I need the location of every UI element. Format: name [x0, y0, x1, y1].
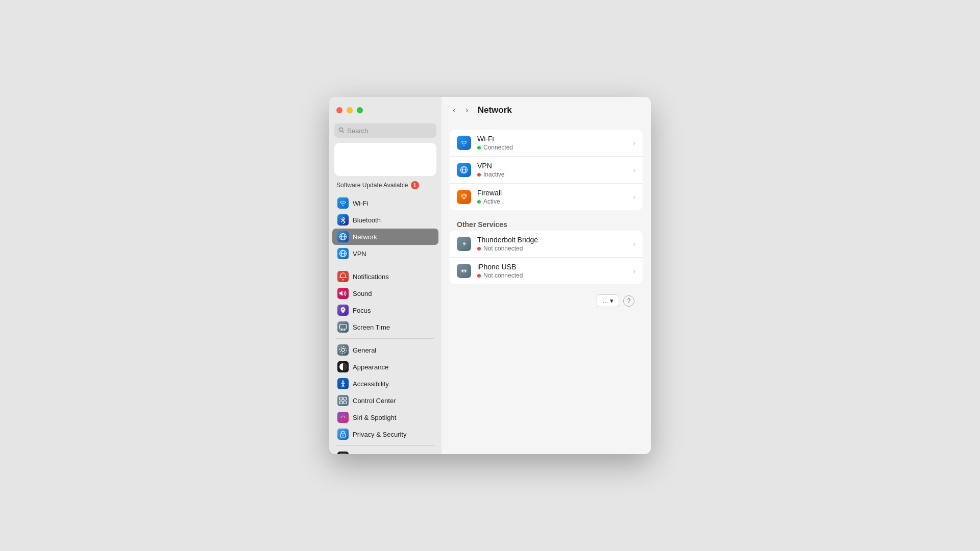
more-actions-button[interactable]: ... ▾ — [597, 294, 619, 307]
general-icon — [337, 344, 349, 356]
main-header: ‹ › Network — [442, 97, 651, 123]
thunderbolt-row[interactable]: Thunderbolt Bridge Not connected › — [450, 231, 643, 258]
svg-point-16 — [341, 348, 345, 352]
screentime-icon — [337, 321, 349, 333]
avatar — [334, 143, 436, 176]
vpn-row[interactable]: VPN Inactive › — [450, 157, 643, 184]
vpn-chevron-icon: › — [633, 166, 635, 174]
firewall-row-info: Firewall Active — [477, 189, 627, 205]
primary-services-section: Wi-Fi Connected › — [450, 130, 643, 210]
vpn-status-text: Inactive — [483, 171, 504, 178]
sidebar-item-controlcenter[interactable]: Control Center — [332, 392, 438, 409]
sidebar-item-desktop[interactable]: Desktop & Dock — [332, 449, 438, 454]
sidebar-group-general: General Appearance — [329, 342, 442, 442]
software-update-badge: 1 — [411, 181, 419, 189]
titlebar — [329, 97, 442, 123]
iphone-usb-status-text: Not connected — [483, 272, 523, 279]
svg-rect-12 — [340, 324, 347, 329]
close-button[interactable] — [336, 107, 342, 113]
back-button[interactable]: ‹ — [450, 104, 458, 117]
help-button[interactable]: ? — [623, 295, 634, 307]
wifi-row[interactable]: Wi-Fi Connected › — [450, 130, 643, 157]
search-placeholder: Search — [347, 127, 368, 135]
firewall-row-icon — [457, 190, 471, 204]
privacy-label: Privacy & Security — [353, 431, 406, 438]
thunderbolt-status-text: Not connected — [483, 245, 523, 252]
maximize-button[interactable] — [357, 107, 363, 113]
vpn-row-info: VPN Inactive — [477, 162, 627, 178]
wifi-icon — [337, 197, 349, 209]
sidebar-item-vpn[interactable]: VPN — [332, 245, 438, 262]
iphone-usb-row-info: iPhone USB Not connected — [477, 263, 627, 279]
software-update-label: Software Update Available — [336, 182, 408, 189]
sidebar-item-general[interactable]: General — [332, 342, 438, 358]
sidebar-item-privacy[interactable]: Privacy & Security — [332, 426, 438, 442]
wifi-row-title: Wi-Fi — [477, 135, 627, 143]
divider-3 — [336, 445, 434, 446]
network-label: Network — [353, 233, 377, 241]
siri-label: Siri & Spotlight — [353, 414, 396, 421]
accessibility-icon — [337, 378, 349, 389]
sidebar-group-notifications: Notifications Sound — [329, 268, 442, 335]
wifi-status-text: Connected — [483, 144, 513, 151]
wifi-row-info: Wi-Fi Connected — [477, 135, 627, 151]
vpn-icon — [337, 248, 349, 259]
divider-1 — [336, 265, 434, 265]
software-update-row[interactable]: Software Update Available 1 — [329, 180, 442, 194]
bluetooth-label: Bluetooth — [353, 216, 381, 224]
firewall-status-dot — [477, 200, 481, 204]
sidebar-item-accessibility[interactable]: Accessibility — [332, 375, 438, 392]
sidebar-item-focus[interactable]: Focus — [332, 302, 438, 318]
focus-icon — [337, 305, 349, 316]
sidebar-item-bluetooth[interactable]: Bluetooth — [332, 212, 438, 228]
appearance-icon — [337, 361, 349, 372]
vpn-label: VPN — [353, 250, 366, 258]
system-preferences-window: Search Software Update Available 1 — [329, 97, 651, 454]
wifi-row-icon — [457, 136, 471, 150]
sidebar-item-appearance[interactable]: Appearance — [332, 359, 438, 375]
controlcenter-icon — [337, 395, 349, 406]
search-bar[interactable]: Search — [334, 123, 436, 138]
notifications-label: Notifications — [353, 273, 389, 281]
minimize-button[interactable] — [347, 107, 353, 113]
other-services-title: Other Services — [450, 216, 643, 231]
sidebar-item-notifications[interactable]: Notifications — [332, 268, 438, 285]
bluetooth-icon — [337, 214, 349, 226]
svg-rect-26 — [340, 401, 343, 404]
bottom-actions: ... ▾ ? — [450, 290, 643, 311]
other-services-section: Thunderbolt Bridge Not connected › — [450, 231, 643, 284]
iphone-usb-row-status: Not connected — [477, 272, 627, 279]
desktop-icon — [337, 452, 349, 454]
svg-point-19 — [342, 381, 344, 382]
forward-button[interactable]: › — [462, 104, 471, 117]
thunderbolt-chevron-icon: › — [633, 240, 635, 248]
thunderbolt-status-dot — [477, 247, 481, 251]
wifi-row-status: Connected — [477, 144, 627, 151]
iphone-usb-row-icon — [457, 264, 471, 278]
appearance-label: Appearance — [353, 363, 388, 371]
vpn-status-dot — [477, 173, 481, 177]
sidebar-item-wifi[interactable]: Wi-Fi — [332, 195, 438, 211]
iphone-usb-chevron-icon: › — [633, 267, 635, 275]
sidebar-item-siri[interactable]: Siri & Spotlight — [332, 409, 438, 425]
controlcenter-label: Control Center — [353, 397, 396, 405]
firewall-row[interactable]: Firewall Active › — [450, 184, 643, 210]
main-body: Wi-Fi Connected › — [442, 123, 651, 454]
desktop-label: Desktop & Dock — [353, 454, 400, 455]
iphone-usb-row[interactable]: iPhone USB Not connected › — [450, 258, 643, 284]
sidebar-item-screentime[interactable]: Screen Time — [332, 319, 438, 335]
page-title: Network — [478, 105, 512, 115]
sidebar-item-network[interactable]: Network — [332, 229, 438, 245]
thunderbolt-row-info: Thunderbolt Bridge Not connected — [477, 236, 627, 252]
sidebar-group-desktop: Desktop & Dock Displays — [329, 449, 442, 454]
svg-point-11 — [342, 309, 344, 310]
more-label: ... — [602, 297, 608, 305]
divider-2 — [336, 338, 434, 339]
focus-label: Focus — [353, 307, 371, 314]
thunderbolt-row-status: Not connected — [477, 245, 627, 252]
main-content: ‹ › Network Wi-Fi — [442, 97, 651, 454]
svg-point-30 — [342, 435, 344, 436]
sidebar-item-sound[interactable]: Sound — [332, 285, 438, 302]
svg-line-1 — [342, 131, 344, 132]
notifications-icon — [337, 271, 349, 282]
